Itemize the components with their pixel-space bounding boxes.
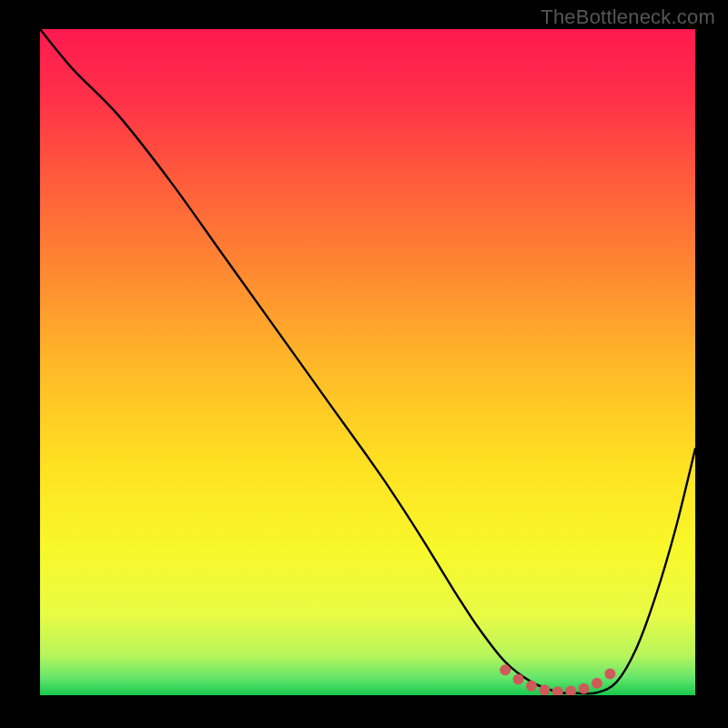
valley-marker: [500, 664, 511, 675]
valley-marker: [513, 673, 524, 684]
valley-marker: [565, 686, 576, 697]
chart-stage: TheBottleneck.com: [0, 0, 728, 728]
valley-marker: [552, 686, 563, 697]
valley-marker: [526, 681, 537, 692]
valley-marker: [592, 678, 602, 689]
valley-marker: [539, 684, 550, 695]
plot-background-gradient: [40, 29, 695, 695]
valley-marker: [604, 669, 615, 680]
valley-marker: [579, 683, 590, 694]
bottleneck-chart: [0, 0, 728, 728]
